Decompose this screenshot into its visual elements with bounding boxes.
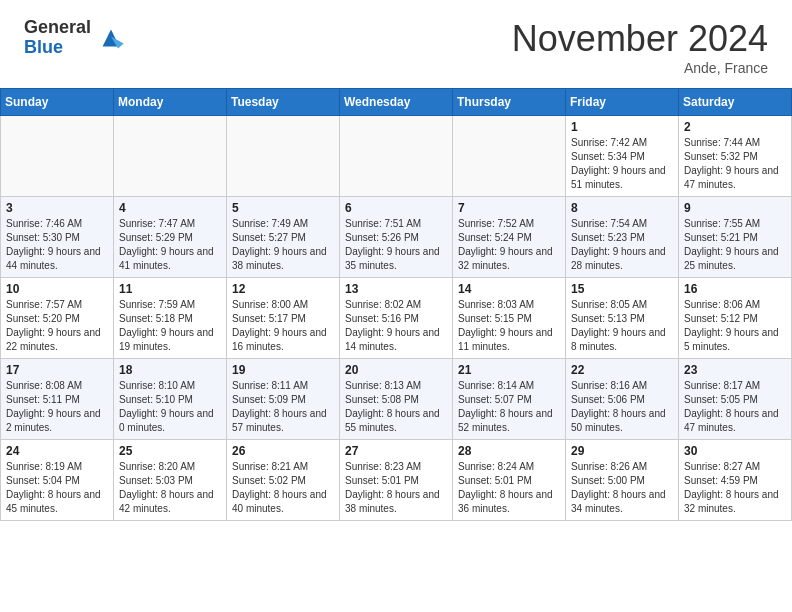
month-title: November 2024 xyxy=(512,18,768,60)
calendar-cell: 25Sunrise: 8:20 AM Sunset: 5:03 PM Dayli… xyxy=(114,440,227,521)
day-number: 26 xyxy=(232,444,334,458)
calendar-week-5: 24Sunrise: 8:19 AM Sunset: 5:04 PM Dayli… xyxy=(1,440,792,521)
day-number: 14 xyxy=(458,282,560,296)
calendar-header-row: SundayMondayTuesdayWednesdayThursdayFrid… xyxy=(1,89,792,116)
calendar-cell: 23Sunrise: 8:17 AM Sunset: 5:05 PM Dayli… xyxy=(679,359,792,440)
day-info: Sunrise: 7:54 AM Sunset: 5:23 PM Dayligh… xyxy=(571,217,673,273)
day-info: Sunrise: 8:10 AM Sunset: 5:10 PM Dayligh… xyxy=(119,379,221,435)
day-number: 3 xyxy=(6,201,108,215)
day-info: Sunrise: 8:21 AM Sunset: 5:02 PM Dayligh… xyxy=(232,460,334,516)
day-number: 18 xyxy=(119,363,221,377)
calendar-cell: 1Sunrise: 7:42 AM Sunset: 5:34 PM Daylig… xyxy=(566,116,679,197)
calendar-cell: 18Sunrise: 8:10 AM Sunset: 5:10 PM Dayli… xyxy=(114,359,227,440)
day-number: 21 xyxy=(458,363,560,377)
day-info: Sunrise: 7:51 AM Sunset: 5:26 PM Dayligh… xyxy=(345,217,447,273)
day-info: Sunrise: 7:47 AM Sunset: 5:29 PM Dayligh… xyxy=(119,217,221,273)
calendar-cell: 16Sunrise: 8:06 AM Sunset: 5:12 PM Dayli… xyxy=(679,278,792,359)
calendar-cell: 27Sunrise: 8:23 AM Sunset: 5:01 PM Dayli… xyxy=(340,440,453,521)
day-header-wednesday: Wednesday xyxy=(340,89,453,116)
day-info: Sunrise: 8:05 AM Sunset: 5:13 PM Dayligh… xyxy=(571,298,673,354)
calendar-cell: 10Sunrise: 7:57 AM Sunset: 5:20 PM Dayli… xyxy=(1,278,114,359)
day-info: Sunrise: 8:23 AM Sunset: 5:01 PM Dayligh… xyxy=(345,460,447,516)
day-number: 10 xyxy=(6,282,108,296)
day-info: Sunrise: 8:17 AM Sunset: 5:05 PM Dayligh… xyxy=(684,379,786,435)
calendar-cell xyxy=(227,116,340,197)
calendar-week-2: 3Sunrise: 7:46 AM Sunset: 5:30 PM Daylig… xyxy=(1,197,792,278)
day-number: 1 xyxy=(571,120,673,134)
day-info: Sunrise: 8:20 AM Sunset: 5:03 PM Dayligh… xyxy=(119,460,221,516)
calendar-cell: 5Sunrise: 7:49 AM Sunset: 5:27 PM Daylig… xyxy=(227,197,340,278)
calendar-cell: 17Sunrise: 8:08 AM Sunset: 5:11 PM Dayli… xyxy=(1,359,114,440)
day-info: Sunrise: 8:00 AM Sunset: 5:17 PM Dayligh… xyxy=(232,298,334,354)
calendar-week-3: 10Sunrise: 7:57 AM Sunset: 5:20 PM Dayli… xyxy=(1,278,792,359)
day-info: Sunrise: 8:24 AM Sunset: 5:01 PM Dayligh… xyxy=(458,460,560,516)
calendar-cell: 13Sunrise: 8:02 AM Sunset: 5:16 PM Dayli… xyxy=(340,278,453,359)
calendar-cell: 26Sunrise: 8:21 AM Sunset: 5:02 PM Dayli… xyxy=(227,440,340,521)
day-number: 22 xyxy=(571,363,673,377)
title-block: November 2024 Ande, France xyxy=(512,18,768,76)
day-number: 16 xyxy=(684,282,786,296)
day-info: Sunrise: 8:11 AM Sunset: 5:09 PM Dayligh… xyxy=(232,379,334,435)
calendar-cell xyxy=(1,116,114,197)
day-number: 27 xyxy=(345,444,447,458)
calendar-cell: 7Sunrise: 7:52 AM Sunset: 5:24 PM Daylig… xyxy=(453,197,566,278)
day-info: Sunrise: 8:19 AM Sunset: 5:04 PM Dayligh… xyxy=(6,460,108,516)
calendar-cell: 15Sunrise: 8:05 AM Sunset: 5:13 PM Dayli… xyxy=(566,278,679,359)
day-header-monday: Monday xyxy=(114,89,227,116)
day-number: 20 xyxy=(345,363,447,377)
day-header-saturday: Saturday xyxy=(679,89,792,116)
calendar-table: SundayMondayTuesdayWednesdayThursdayFrid… xyxy=(0,88,792,521)
day-number: 4 xyxy=(119,201,221,215)
day-number: 29 xyxy=(571,444,673,458)
calendar-cell: 12Sunrise: 8:00 AM Sunset: 5:17 PM Dayli… xyxy=(227,278,340,359)
day-info: Sunrise: 7:59 AM Sunset: 5:18 PM Dayligh… xyxy=(119,298,221,354)
calendar-cell: 11Sunrise: 7:59 AM Sunset: 5:18 PM Dayli… xyxy=(114,278,227,359)
day-info: Sunrise: 7:44 AM Sunset: 5:32 PM Dayligh… xyxy=(684,136,786,192)
calendar-cell: 21Sunrise: 8:14 AM Sunset: 5:07 PM Dayli… xyxy=(453,359,566,440)
calendar-cell: 24Sunrise: 8:19 AM Sunset: 5:04 PM Dayli… xyxy=(1,440,114,521)
day-info: Sunrise: 7:52 AM Sunset: 5:24 PM Dayligh… xyxy=(458,217,560,273)
calendar-cell: 2Sunrise: 7:44 AM Sunset: 5:32 PM Daylig… xyxy=(679,116,792,197)
day-info: Sunrise: 7:42 AM Sunset: 5:34 PM Dayligh… xyxy=(571,136,673,192)
day-header-friday: Friday xyxy=(566,89,679,116)
day-header-sunday: Sunday xyxy=(1,89,114,116)
day-number: 2 xyxy=(684,120,786,134)
calendar-cell: 4Sunrise: 7:47 AM Sunset: 5:29 PM Daylig… xyxy=(114,197,227,278)
calendar-week-4: 17Sunrise: 8:08 AM Sunset: 5:11 PM Dayli… xyxy=(1,359,792,440)
day-info: Sunrise: 8:26 AM Sunset: 5:00 PM Dayligh… xyxy=(571,460,673,516)
day-info: Sunrise: 8:14 AM Sunset: 5:07 PM Dayligh… xyxy=(458,379,560,435)
day-info: Sunrise: 7:46 AM Sunset: 5:30 PM Dayligh… xyxy=(6,217,108,273)
day-info: Sunrise: 8:16 AM Sunset: 5:06 PM Dayligh… xyxy=(571,379,673,435)
day-number: 17 xyxy=(6,363,108,377)
calendar-cell: 6Sunrise: 7:51 AM Sunset: 5:26 PM Daylig… xyxy=(340,197,453,278)
day-number: 8 xyxy=(571,201,673,215)
calendar-cell xyxy=(114,116,227,197)
calendar-cell: 30Sunrise: 8:27 AM Sunset: 4:59 PM Dayli… xyxy=(679,440,792,521)
day-number: 25 xyxy=(119,444,221,458)
day-number: 5 xyxy=(232,201,334,215)
day-info: Sunrise: 8:13 AM Sunset: 5:08 PM Dayligh… xyxy=(345,379,447,435)
calendar-cell: 3Sunrise: 7:46 AM Sunset: 5:30 PM Daylig… xyxy=(1,197,114,278)
day-info: Sunrise: 8:27 AM Sunset: 4:59 PM Dayligh… xyxy=(684,460,786,516)
day-number: 13 xyxy=(345,282,447,296)
day-number: 9 xyxy=(684,201,786,215)
day-info: Sunrise: 8:08 AM Sunset: 5:11 PM Dayligh… xyxy=(6,379,108,435)
day-info: Sunrise: 7:55 AM Sunset: 5:21 PM Dayligh… xyxy=(684,217,786,273)
calendar-cell: 22Sunrise: 8:16 AM Sunset: 5:06 PM Dayli… xyxy=(566,359,679,440)
day-header-tuesday: Tuesday xyxy=(227,89,340,116)
day-info: Sunrise: 8:02 AM Sunset: 5:16 PM Dayligh… xyxy=(345,298,447,354)
calendar-cell: 9Sunrise: 7:55 AM Sunset: 5:21 PM Daylig… xyxy=(679,197,792,278)
logo-text: General Blue xyxy=(24,18,91,58)
day-info: Sunrise: 7:57 AM Sunset: 5:20 PM Dayligh… xyxy=(6,298,108,354)
day-number: 30 xyxy=(684,444,786,458)
day-number: 6 xyxy=(345,201,447,215)
page-header: General Blue November 2024 Ande, France xyxy=(0,0,792,84)
day-info: Sunrise: 7:49 AM Sunset: 5:27 PM Dayligh… xyxy=(232,217,334,273)
day-info: Sunrise: 8:06 AM Sunset: 5:12 PM Dayligh… xyxy=(684,298,786,354)
logo-icon xyxy=(97,24,125,52)
calendar-cell xyxy=(340,116,453,197)
logo-blue: Blue xyxy=(24,38,91,58)
calendar-cell: 20Sunrise: 8:13 AM Sunset: 5:08 PM Dayli… xyxy=(340,359,453,440)
day-number: 12 xyxy=(232,282,334,296)
calendar-cell: 28Sunrise: 8:24 AM Sunset: 5:01 PM Dayli… xyxy=(453,440,566,521)
